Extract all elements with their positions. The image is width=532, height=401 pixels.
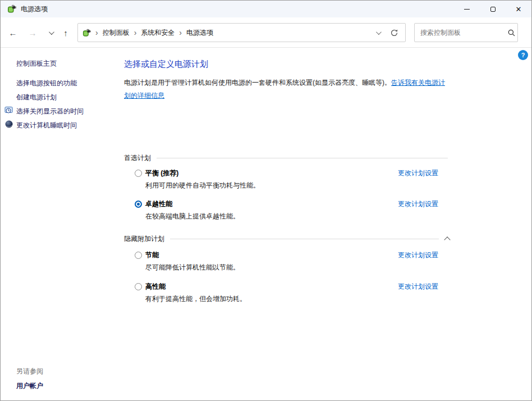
sidebar-item-sleep-time[interactable]: 更改计算机睡眠时间	[16, 121, 77, 130]
plan-name-power-saver[interactable]: 节能	[145, 250, 159, 260]
see-also-heading: 另请参阅	[16, 367, 43, 376]
refresh-icon[interactable]	[390, 29, 398, 37]
power-options-window: 电源选项 ✕ ← → ↑ › 控制面板 ›	[0, 0, 532, 401]
address-dropdown-icon[interactable]	[376, 29, 382, 35]
search-input[interactable]	[420, 29, 507, 37]
section-preferred-plans: 首选计划	[124, 153, 450, 163]
plan-name-ultimate-performance[interactable]: 卓越性能	[145, 199, 172, 209]
change-plan-settings-link-high-performance[interactable]: 更改计划设置	[398, 282, 438, 291]
intro-text-body: 电源计划是用于管理计算机如何使用电源的一套硬件和系统设置(如显示器亮度、睡眠等)…	[124, 79, 391, 86]
sidebar-item-create-plan[interactable]: 创建电源计划	[16, 93, 57, 102]
breadcrumb-item-power-options[interactable]: 电源选项	[186, 28, 213, 38]
back-button[interactable]: ←	[6, 25, 20, 40]
help-button[interactable]: ?	[518, 50, 528, 60]
breadcrumb-separator-icon: ›	[130, 28, 141, 37]
change-plan-settings-link-ultimate[interactable]: 更改计划设置	[398, 199, 438, 209]
sidebar-item-display-off-time[interactable]: 选择关闭显示器的时间	[16, 107, 84, 116]
collapse-section-icon[interactable]	[444, 236, 450, 243]
page-title: 选择或自定义电源计划	[124, 59, 208, 70]
minimize-button[interactable]	[454, 1, 480, 17]
breadcrumb-item-control-panel[interactable]: 控制面板	[103, 28, 130, 38]
forward-button[interactable]: →	[25, 25, 40, 40]
change-plan-settings-link-balanced[interactable]: 更改计划设置	[398, 168, 438, 178]
display-clock-icon	[4, 106, 13, 115]
chevron-down-icon	[48, 29, 54, 35]
plan-name-high-performance[interactable]: 高性能	[145, 282, 166, 291]
close-button[interactable]: ✕	[506, 1, 531, 17]
sidebar-item-control-panel-home[interactable]: 控制面板主页	[16, 59, 57, 69]
section-title: 首选计划	[124, 153, 157, 163]
section-divider	[157, 158, 448, 158]
breadcrumb-app-icon	[82, 29, 91, 37]
section-title: 隐藏附加计划	[124, 234, 170, 244]
question-mark-icon: ?	[521, 52, 525, 58]
sleep-moon-icon	[4, 120, 13, 129]
plan-name-balanced[interactable]: 平衡 (推荐)	[145, 168, 178, 178]
up-button[interactable]: ↑	[58, 25, 73, 40]
breadcrumb[interactable]: › 控制面板 › 系统和安全 › 电源选项	[77, 23, 406, 42]
plan-desc-balanced: 利用可用的硬件自动平衡功耗与性能。	[145, 181, 260, 190]
plan-desc-high-performance: 有利于提高性能，但会增加功耗。	[145, 294, 246, 304]
radio-power-saver[interactable]	[135, 252, 142, 259]
minimize-icon	[464, 9, 470, 10]
breadcrumb-separator-icon: ›	[91, 28, 103, 37]
titlebar: 电源选项 ✕	[1, 1, 531, 17]
radio-ultimate-performance[interactable]	[135, 200, 142, 208]
radio-high-performance[interactable]	[135, 283, 142, 290]
section-divider	[170, 239, 439, 239]
window-title: 电源选项	[21, 4, 48, 14]
close-icon: ✕	[516, 6, 522, 13]
power-options-icon	[7, 4, 16, 13]
section-hidden-plans: 隐藏附加计划	[124, 234, 450, 244]
maximize-button[interactable]	[480, 1, 506, 17]
plan-desc-ultimate-performance: 在较高端电脑上提供卓越性能。	[145, 212, 240, 221]
radio-balanced[interactable]	[135, 170, 142, 177]
history-dropdown-icon[interactable]	[43, 25, 58, 40]
breadcrumb-item-system-security[interactable]: 系统和安全	[141, 28, 175, 38]
breadcrumb-separator-icon: ›	[175, 28, 186, 37]
navigation-bar: ← → ↑ › 控制面板 › 系统和安全 › 电源选项	[1, 17, 531, 48]
caption-buttons: ✕	[454, 1, 531, 17]
search-box	[414, 23, 518, 42]
change-plan-settings-link-power-saver[interactable]: 更改计划设置	[398, 250, 438, 260]
search-icon[interactable]	[507, 29, 516, 37]
sidebar-item-user-accounts[interactable]: 用户帐户	[16, 381, 43, 391]
intro-text: 电源计划是用于管理计算机如何使用电源的一套硬件和系统设置(如显示器亮度、睡眠等)…	[124, 76, 448, 102]
maximize-icon	[490, 7, 496, 12]
sidebar-item-power-buttons[interactable]: 选择电源按钮的功能	[16, 79, 77, 88]
plan-desc-power-saver: 尽可能降低计算机性能以节能。	[145, 263, 240, 272]
